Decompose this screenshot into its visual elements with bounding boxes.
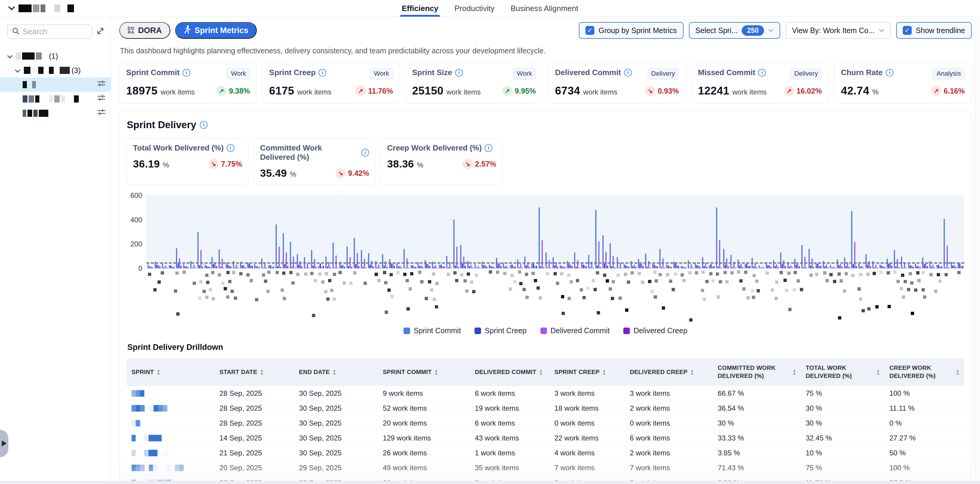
bar-delivered-commit[interactable] <box>420 265 422 268</box>
bar-cluster[interactable] <box>638 195 644 268</box>
bar-sprint-commit[interactable] <box>574 252 575 268</box>
bar-cluster[interactable] <box>496 195 502 268</box>
bar-delivered-commit[interactable] <box>598 241 600 268</box>
bar-sprint-commit[interactable] <box>205 265 206 268</box>
bar-sprint-creep[interactable] <box>874 267 875 268</box>
bar-cluster[interactable] <box>588 195 594 268</box>
bar-delivered-commit[interactable] <box>847 263 848 268</box>
bar-sprint-creep[interactable] <box>753 267 754 268</box>
bar-sprint-commit[interactable] <box>738 260 739 268</box>
bar-sprint-creep[interactable] <box>291 267 293 268</box>
bar-delivered-creep[interactable] <box>330 267 331 268</box>
bar-sprint-commit[interactable] <box>851 211 852 268</box>
bar-delivered-commit[interactable] <box>889 263 891 268</box>
bar-sprint-creep[interactable] <box>448 267 449 268</box>
bar-cluster[interactable] <box>453 195 459 268</box>
bar-sprint-creep[interactable] <box>540 267 541 268</box>
bar-delivered-creep[interactable] <box>941 267 942 268</box>
bar-cluster[interactable] <box>318 195 324 268</box>
bar-sprint-creep[interactable] <box>242 265 243 268</box>
bar-cluster[interactable] <box>837 195 843 268</box>
bar-sprint-creep[interactable] <box>284 264 285 268</box>
bar-delivered-creep[interactable] <box>778 267 779 268</box>
bar-delivered-creep[interactable] <box>429 266 430 268</box>
bar-cluster[interactable] <box>780 195 786 268</box>
bar-sprint-creep[interactable] <box>156 265 158 268</box>
bar-delivered-creep[interactable] <box>315 267 317 268</box>
bar-cluster[interactable] <box>425 195 430 268</box>
bar-sprint-commit[interactable] <box>510 265 511 268</box>
bar-sprint-creep[interactable] <box>383 265 385 268</box>
bar-sprint-creep[interactable] <box>938 265 939 268</box>
bar-delivered-commit[interactable] <box>570 265 571 268</box>
bar-sprint-commit[interactable] <box>880 265 881 268</box>
bar-sprint-commit[interactable] <box>659 249 660 268</box>
bar-delivered-creep[interactable] <box>621 268 622 268</box>
bar-sprint-creep[interactable] <box>682 267 683 268</box>
info-icon[interactable]: i <box>886 69 894 76</box>
bar-sprint-commit[interactable] <box>808 249 810 268</box>
bar-sprint-creep[interactable] <box>817 263 818 268</box>
bar-delivered-commit[interactable] <box>769 265 770 268</box>
bar-cluster[interactable] <box>865 195 871 268</box>
bar-sprint-creep[interactable] <box>498 264 499 268</box>
bar-delivered-commit[interactable] <box>776 264 777 268</box>
legend-item-sprint-creep[interactable]: Sprint Creep <box>474 326 527 335</box>
bar-sprint-creep[interactable] <box>675 263 676 268</box>
bar-delivered-commit[interactable] <box>506 265 507 268</box>
bar-cluster[interactable] <box>269 195 274 268</box>
bar-sprint-creep[interactable] <box>263 268 264 268</box>
bar-delivered-commit[interactable] <box>712 267 713 268</box>
bar-delivered-commit[interactable] <box>193 265 194 268</box>
bar-delivered-commit[interactable] <box>797 263 799 268</box>
bar-sprint-commit[interactable] <box>716 208 717 268</box>
bar-cluster[interactable] <box>844 195 850 268</box>
column-header-delivered-creep[interactable]: Delivered Creep▲▼ <box>625 358 713 386</box>
search-input[interactable] <box>23 27 88 36</box>
bar-sprint-creep[interactable] <box>483 265 484 268</box>
tab-productivity[interactable]: Productivity <box>455 0 495 17</box>
bar-delivered-commit[interactable] <box>861 266 862 268</box>
bar-delivered-creep[interactable] <box>237 268 239 268</box>
bar-cluster[interactable] <box>226 195 231 268</box>
bar-sprint-creep[interactable] <box>462 263 463 268</box>
bar-delivered-creep[interactable] <box>934 268 935 268</box>
bar-sprint-creep[interactable] <box>832 268 833 268</box>
bar-sprint-commit[interactable] <box>254 264 255 268</box>
sort-icon[interactable]: ▲▼ <box>877 369 880 375</box>
bar-delivered-commit[interactable] <box>911 265 912 268</box>
bar-delivered-creep[interactable] <box>898 267 899 268</box>
bar-sprint-commit[interactable] <box>695 263 696 268</box>
bar-cluster[interactable] <box>290 195 296 268</box>
bar-delivered-commit[interactable] <box>392 263 393 268</box>
bar-delivered-commit[interactable] <box>584 265 585 268</box>
bar-sprint-creep[interactable] <box>860 267 861 268</box>
bar-sprint-creep[interactable] <box>654 265 655 268</box>
bar-delivered-creep[interactable] <box>770 267 772 268</box>
horizontal-scrollbar-track[interactable] <box>0 481 980 484</box>
bar-cluster[interactable] <box>943 195 949 268</box>
bar-sprint-creep[interactable] <box>845 266 847 268</box>
bar-delivered-creep[interactable] <box>479 268 480 268</box>
bar-delivered-creep[interactable] <box>159 267 161 268</box>
bar-sprint-creep[interactable] <box>433 267 434 268</box>
bar-sprint-creep[interactable] <box>661 267 662 268</box>
bar-cluster[interactable] <box>695 195 700 268</box>
bar-cluster[interactable] <box>738 195 743 268</box>
sort-icon[interactable]: ▲▼ <box>956 369 959 375</box>
bar-delivered-commit[interactable] <box>172 267 173 268</box>
bar-delivered-creep[interactable] <box>735 268 736 268</box>
bar-delivered-creep[interactable] <box>415 267 416 268</box>
bar-sprint-commit[interactable] <box>453 220 455 268</box>
bar-cluster[interactable] <box>368 195 374 268</box>
column-header-creep-work-delivered-[interactable]: Creep Work Delivered (%)▲▼ <box>885 358 964 386</box>
bar-cluster[interactable] <box>880 195 885 268</box>
bar-delivered-creep[interactable] <box>216 266 217 268</box>
column-header-start-date[interactable]: Start Date▲▼ <box>215 358 294 386</box>
bar-sprint-commit[interactable] <box>624 264 625 268</box>
bar-delivered-creep[interactable] <box>635 267 636 268</box>
bar-delivered-commit[interactable] <box>357 253 358 268</box>
bar-delivered-creep[interactable] <box>962 266 963 268</box>
bar-sprint-commit[interactable] <box>730 255 732 268</box>
bar-sprint-creep[interactable] <box>234 267 235 268</box>
